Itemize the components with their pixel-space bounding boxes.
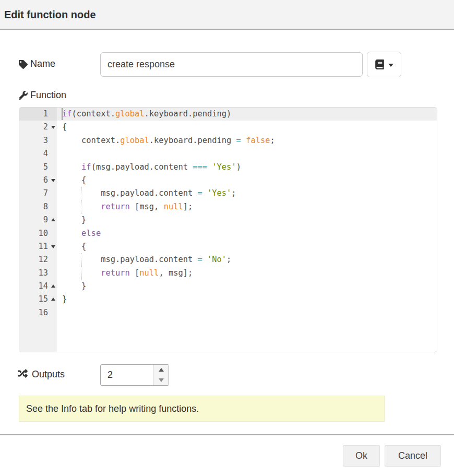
book-icon: [375, 59, 384, 69]
shuffle-icon: [17, 368, 28, 378]
dialog-title: Edit function node: [0, 0, 454, 21]
fold-down-icon[interactable]: [51, 126, 55, 129]
info-tip-text: See the Info tab for help writing functi…: [26, 403, 199, 414]
code-line[interactable]: }: [57, 280, 437, 293]
fold-down-icon[interactable]: [51, 179, 55, 182]
code-line[interactable]: {: [57, 121, 437, 134]
indent-guide-line: [81, 200, 82, 213]
gutter-line-number: 10: [19, 227, 57, 240]
gutter-line-number: 16: [19, 306, 57, 319]
outputs-spinner: [100, 364, 169, 386]
caret-down-icon: [388, 64, 393, 67]
editor-gutter: 12345678910111213141516: [19, 108, 57, 352]
code-line[interactable]: if(context.global.keyboard.pending): [57, 108, 437, 121]
code-line[interactable]: context.global.keyboard.pending = false;: [57, 134, 437, 147]
text-caret: [62, 108, 63, 120]
spinner-down-button[interactable]: [153, 375, 169, 386]
indent-guide-line: [81, 187, 82, 200]
code-line[interactable]: {: [57, 174, 437, 187]
gutter-line-number: 12: [19, 253, 57, 266]
gutter-line-number: 7: [19, 187, 57, 200]
wrench-icon: [19, 91, 28, 100]
gutter-line-number: 8: [19, 200, 57, 213]
spinner-buttons: [153, 365, 169, 385]
code-line[interactable]: return [null, msg];: [57, 267, 437, 280]
code-line[interactable]: return [msg, null];: [57, 200, 437, 213]
gutter-line-number: 9: [19, 213, 57, 227]
name-input[interactable]: [100, 52, 363, 77]
tag-icon: [19, 60, 28, 69]
indent-guide-line: [81, 267, 82, 280]
info-tip: See the Info tab for help writing functi…: [19, 396, 385, 422]
spinner-up-button[interactable]: [153, 365, 169, 375]
dialog-header: Edit function node: [0, 0, 454, 30]
outputs-label: Outputs: [32, 369, 65, 380]
fold-up-icon[interactable]: [51, 284, 55, 288]
gutter-line-number: 1: [19, 108, 57, 121]
gutter-line-number: 5: [19, 161, 57, 174]
arrow-down-icon: [159, 378, 164, 382]
code-line[interactable]: msg.payload.content = 'No';: [57, 253, 437, 266]
fold-up-icon[interactable]: [51, 218, 55, 221]
gutter-line-number: 3: [19, 134, 57, 147]
function-label: Function: [30, 90, 66, 101]
gutter-line-number: 4: [19, 147, 57, 160]
footer-divider: [0, 434, 454, 435]
gutter-line-number: 13: [19, 267, 57, 280]
outputs-input[interactable]: [101, 365, 152, 385]
code-line[interactable]: [57, 306, 437, 319]
editor-code: if(context.global.keyboard.pending){ con…: [57, 108, 437, 319]
code-editor[interactable]: 12345678910111213141516 if(context.globa…: [19, 107, 437, 352]
code-line[interactable]: if(msg.payload.content === 'Yes'): [57, 161, 437, 174]
cancel-button[interactable]: Cancel: [385, 445, 441, 467]
code-line[interactable]: else: [57, 227, 437, 240]
code-line[interactable]: }: [57, 213, 437, 227]
code-line[interactable]: {: [57, 240, 437, 253]
indent-guide-line: [81, 253, 82, 266]
arrow-up-icon: [159, 368, 164, 372]
name-label: Name: [30, 58, 55, 69]
gutter-line-number: 6: [19, 174, 57, 187]
ok-button[interactable]: Ok: [343, 445, 380, 467]
code-line[interactable]: msg.payload.content = 'Yes';: [57, 187, 437, 200]
gutter-line-number: 11: [19, 240, 57, 253]
fold-down-icon[interactable]: [51, 245, 55, 248]
fold-up-icon[interactable]: [51, 298, 55, 301]
gutter-line-number: 15: [19, 293, 57, 306]
gutter-line-number: 14: [19, 280, 57, 293]
library-dropdown-button[interactable]: [367, 52, 401, 77]
gutter-line-number: 2: [19, 121, 57, 134]
code-line[interactable]: }: [57, 293, 437, 306]
code-line[interactable]: [57, 147, 437, 160]
